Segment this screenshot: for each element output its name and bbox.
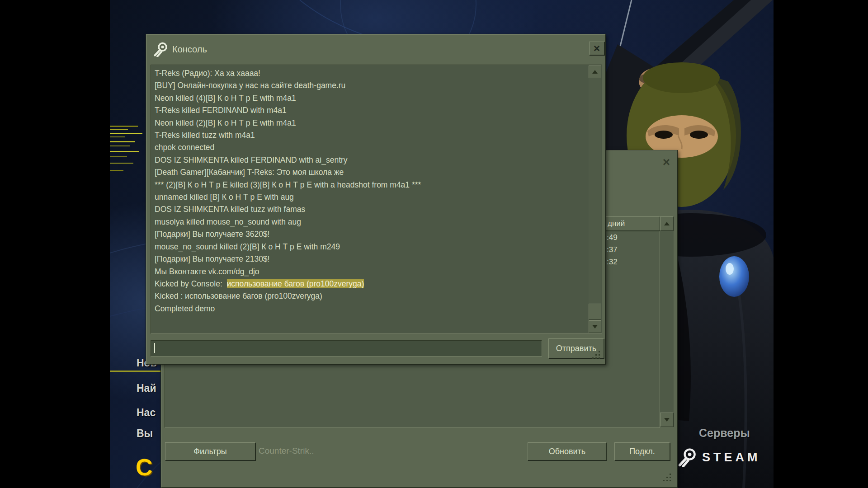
console-line: unnamed killed [B] К о Н Т р Е with aug xyxy=(155,191,586,203)
up-arrow-icon xyxy=(664,222,670,225)
server-row-ping[interactable]: :37 xyxy=(607,245,618,254)
screen: { "console_window": { "title": "Консоль"… xyxy=(0,0,868,488)
menu-item-options[interactable]: Нас xyxy=(137,407,161,420)
up-arrow-icon xyxy=(592,70,598,74)
console-line: DOS IZ SHIMKENTA killed FERDINAND with a… xyxy=(155,154,586,166)
console-line: Мы Вконтакте vk.com/dg_djo xyxy=(155,266,586,278)
scroll-down-button[interactable] xyxy=(660,413,674,427)
server-list-scrollbar[interactable] xyxy=(660,216,674,427)
console-output-panel: T-Reks (Радио): Ха ха хаааа![BUY] Онлайн… xyxy=(151,65,602,334)
console-window: Консоль ✕ T-Reks (Радио): Ха ха хаааа![B… xyxy=(146,34,606,365)
counter-strike-logo-fragment: C xyxy=(136,454,153,481)
refresh-button[interactable]: Обновить xyxy=(528,442,607,460)
resize-grip-icon[interactable] xyxy=(666,477,668,478)
console-line: [Подарки] Вы получаете 3620$! xyxy=(155,228,586,240)
console-window-title: Консоль xyxy=(172,44,207,55)
console-line: Kicked by Console: использование багов (… xyxy=(155,278,586,290)
close-icon: ✕ xyxy=(593,43,600,54)
console-line: *** (2)[B] К о Н Т р Е killed (3)[B] К о… xyxy=(155,179,586,191)
console-line: Kicked : использование багов (pro100zver… xyxy=(155,290,586,302)
console-line: chpok connected xyxy=(155,141,586,154)
server-row-ping[interactable]: :49 xyxy=(607,233,618,242)
console-line: [Подарки] Вы получаете 2130$! xyxy=(155,253,586,265)
console-line: Neon killed (4)[B] К о Н Т р Е with m4a1 xyxy=(155,92,586,104)
server-row-ping[interactable]: :32 xyxy=(607,258,618,267)
column-header-text: дний xyxy=(608,219,625,228)
console-command-input[interactable] xyxy=(151,340,542,357)
console-line: Completed demo xyxy=(155,303,586,315)
steam-icon xyxy=(678,447,698,467)
console-line: musolya killed mouse_no_sound with aug xyxy=(155,216,586,228)
console-line: DOS IZ SHIMKENTA killed tuzz with famas xyxy=(155,203,586,216)
menu-item-find-servers[interactable]: Най xyxy=(137,382,161,396)
scroll-down-button[interactable] xyxy=(589,320,601,333)
console-line: mouse_no_sound killed (2)[B] К о Н Т р Е… xyxy=(155,241,586,253)
steam-icon xyxy=(153,42,169,57)
scroll-up-button[interactable] xyxy=(589,66,601,78)
console-line: T-Reks killed tuzz with m4a1 xyxy=(155,129,586,141)
filters-button[interactable]: Фильтры xyxy=(165,442,255,460)
text-caret xyxy=(154,343,155,353)
console-line: T-Reks (Радио): Ха ха хаааа! xyxy=(155,67,586,80)
console-line: Neon killed (2)[B] К о Н Т р Е with m4a1 xyxy=(155,117,586,129)
console-close-button[interactable]: ✕ xyxy=(589,42,604,55)
scroll-up-button[interactable] xyxy=(660,216,674,231)
console-log: T-Reks (Радио): Ха ха хаааа![BUY] Онлайн… xyxy=(155,67,586,332)
steam-logo: STEAM xyxy=(678,447,761,467)
console-line: [BUY] Онлайн-покупка у нас на сайте deat… xyxy=(155,80,586,92)
menu-item-quit[interactable]: Вы xyxy=(137,427,161,441)
down-arrow-icon xyxy=(664,418,670,422)
scrollbar-thumb[interactable] xyxy=(589,304,601,320)
down-arrow-icon xyxy=(592,325,598,328)
console-scrollbar[interactable] xyxy=(589,66,601,333)
connect-button[interactable]: Подкл. xyxy=(614,442,670,460)
servers-window-close-icon[interactable]: × xyxy=(663,155,670,169)
resize-grip-icon[interactable] xyxy=(595,354,597,356)
console-line: T-Reks killed FERDINAND with m4a1 xyxy=(155,104,586,117)
servers-menu-label[interactable]: Серверы xyxy=(699,427,750,440)
steam-brand-text: STEAM xyxy=(702,450,761,465)
console-line: [Death Gamer][Кабанчик] T-Reks: Это моя … xyxy=(155,166,586,178)
game-filter-value[interactable]: Counter-Strik.. xyxy=(259,446,314,456)
